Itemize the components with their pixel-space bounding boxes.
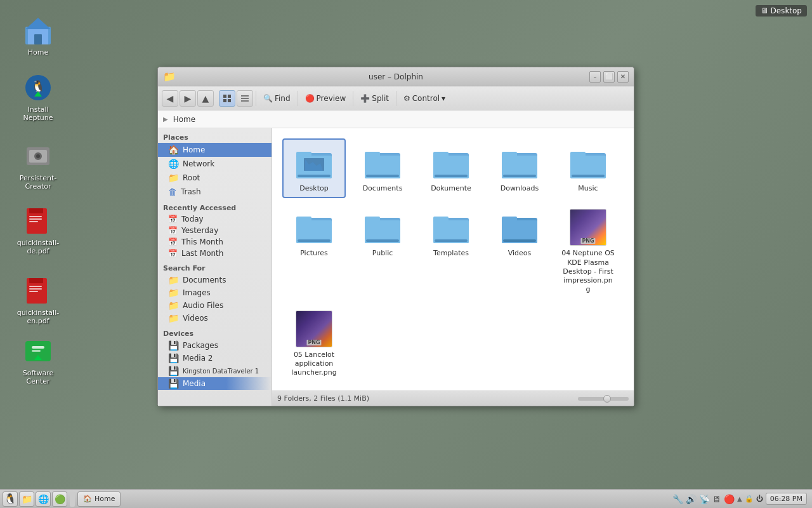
zoom-slider-thumb <box>603 395 611 403</box>
sidebar-item-documents[interactable]: 📁 Documents <box>158 274 272 286</box>
file-item-dokumente[interactable]: Dokumente <box>419 138 483 198</box>
file-item-png1[interactable]: PNG 04 Neptune OS KDE Plasma Desktop - F… <box>556 203 620 299</box>
dokumente-folder-icon <box>432 144 470 182</box>
svg-rect-20 <box>29 291 38 292</box>
control-icon: ⚙ <box>403 94 410 103</box>
file-item-desktop[interactable]: Desktop <box>282 138 346 198</box>
sidebar-item-kingston[interactable]: 💾 Kingston DataTraveler 1 <box>158 364 272 377</box>
breadcrumb-home[interactable]: Home <box>171 114 198 125</box>
minimize-button[interactable]: – <box>589 71 601 83</box>
file-item-templates[interactable]: Templates <box>419 203 483 299</box>
toolbar: ◀ ▶ ▲ 🔍 F <box>158 86 634 110</box>
svg-rect-46 <box>433 152 449 157</box>
taskbar-arrow-icon[interactable]: ▲ <box>737 495 742 502</box>
zoom-slider[interactable] <box>578 397 629 401</box>
icon-view-button[interactable] <box>219 90 235 107</box>
split-label: Split <box>372 94 389 103</box>
list-view-button[interactable] <box>237 90 253 107</box>
music-folder-label: Music <box>578 184 598 193</box>
svg-rect-50 <box>502 152 517 157</box>
title-folder-icon: 📁 <box>163 70 176 83</box>
maximize-button[interactable]: ⬜ <box>603 71 615 83</box>
packages-icon: 💾 <box>168 340 179 351</box>
up-button[interactable]: ▲ <box>197 90 214 107</box>
control-button[interactable]: ⚙ Control ▾ <box>399 90 450 107</box>
taskbar-home-icon: 🏠 <box>83 495 92 503</box>
desktop-icon-quickinstall-de[interactable]: quickinstall-de.pdf <box>13 203 63 258</box>
png2-file-label: 05 Lancelot application launcher.png <box>287 351 341 378</box>
file-item-documents[interactable]: Documents <box>351 138 414 198</box>
sidebar-item-images[interactable]: 📁 Images <box>158 286 272 299</box>
sidebar-item-root[interactable]: 📁 Root <box>158 171 272 185</box>
sidebar-item-network[interactable]: 🌐 Network <box>158 157 272 171</box>
taskbar-volume-icon[interactable]: 🔊 <box>686 494 697 504</box>
sidebar-item-this-month[interactable]: 📅 This Month <box>158 236 272 248</box>
sidebar-item-today[interactable]: 📅 Today <box>158 213 272 225</box>
pictures-folder-label: Pictures <box>300 249 328 258</box>
sidebar-item-home[interactable]: 🏠 Home <box>158 143 272 157</box>
preview-label: Preview <box>317 94 346 103</box>
zoom-slider-container <box>578 397 629 401</box>
desktop-icon-home[interactable]: Home <box>13 13 63 59</box>
sidebar: Places 🏠 Home 🌐 Network 📁 Root 🗑 Trash <box>158 128 272 406</box>
status-text: 9 Folders, 2 Files (1.1 MiB) <box>277 394 573 403</box>
file-item-downloads[interactable]: Downloads <box>488 138 551 198</box>
today-icon: 📅 <box>168 215 178 224</box>
audio-search-icon: 📁 <box>168 300 179 311</box>
taskbar-left: 🐧 📁 🌐 🟢 🏠 Home <box>3 491 121 507</box>
taskbar-lock-icon[interactable]: 🔒 <box>745 495 754 503</box>
taskbar-monitor-icon[interactable]: 🖥 <box>712 494 721 504</box>
taskbar-shutdown-icon[interactable]: ⏻ <box>756 495 763 503</box>
find-button[interactable]: 🔍 Find <box>259 90 295 107</box>
file-item-png2[interactable]: PNG 05 Lancelot application launcher.png <box>282 305 346 383</box>
forward-button[interactable]: ▶ <box>180 90 196 107</box>
sidebar-item-videos[interactable]: 📁 Videos <box>158 312 272 324</box>
file-item-music[interactable]: Music <box>556 138 620 198</box>
file-item-pictures[interactable]: Pictures <box>282 203 346 299</box>
file-grid-content: Desktop <box>282 138 624 383</box>
desktop-icon-quickinstall-en[interactable]: quickinstall-en.pdf <box>13 273 63 328</box>
back-button[interactable]: ◀ <box>162 90 178 107</box>
taskbar-home-window[interactable]: 🏠 Home <box>77 491 121 507</box>
taskbar-clock[interactable]: 06:28 PM <box>766 493 807 505</box>
videos-folder-label: Videos <box>508 249 532 258</box>
sidebar-item-media[interactable]: 💾 Media <box>158 377 272 390</box>
sidebar-this-month-label: This Month <box>181 237 223 246</box>
sidebar-item-audio-files[interactable]: 📁 Audio Files <box>158 299 272 312</box>
svg-rect-19 <box>29 288 42 290</box>
persistent-creator-label: Persistent-Creator <box>15 174 61 190</box>
desktop-icon-install-neptune[interactable]: 🐧 Install Neptune <box>13 70 63 124</box>
desktop-folder-icon: 🖥 <box>761 6 768 15</box>
taskbar-tools-icon[interactable]: 🔧 <box>672 494 683 504</box>
desktop-icon-software-center[interactable]: Software Center <box>13 333 63 388</box>
taskbar-browser-button[interactable]: 🌐 <box>36 491 51 507</box>
preview-button[interactable]: 🔴 Preview <box>301 90 351 107</box>
svg-text:🐧: 🐧 <box>31 79 46 93</box>
close-button[interactable]: ✕ <box>617 71 629 83</box>
kingston-icon: 💾 <box>168 366 179 376</box>
templates-folder-label: Templates <box>433 249 469 258</box>
taskbar-network-icon[interactable]: 📡 <box>699 494 710 504</box>
file-item-public[interactable]: Public <box>351 203 414 299</box>
desktop-icon-persistent-creator[interactable]: Persistent-Creator <box>13 138 63 193</box>
sidebar-item-media2[interactable]: 💾 Media 2 <box>158 352 272 364</box>
taskbar-green-button[interactable]: 🟢 <box>52 491 67 507</box>
sidebar-item-yesterday[interactable]: 📅 Yesterday <box>158 225 272 236</box>
svg-rect-47 <box>435 175 468 177</box>
sidebar-home-label: Home <box>183 145 205 154</box>
downloads-folder-label: Downloads <box>501 184 539 193</box>
toolbar-separator-3 <box>353 91 353 106</box>
taskbar-power-icon[interactable]: 🔴 <box>724 494 735 504</box>
svg-rect-66 <box>433 217 449 222</box>
taskbar-menu-button[interactable]: 🐧 <box>3 491 18 507</box>
split-button[interactable]: ➕ Split <box>356 90 393 107</box>
file-item-videos[interactable]: Videos <box>488 203 551 299</box>
documents-folder-icon <box>363 144 402 182</box>
sidebar-item-last-month[interactable]: 📅 Last Month <box>158 248 272 259</box>
taskbar-files-button[interactable]: 📁 <box>19 491 34 507</box>
sidebar-documents-label: Documents <box>183 276 226 284</box>
sidebar-item-trash[interactable]: 🗑 Trash <box>158 185 272 199</box>
toolbar-separator-1 <box>256 91 256 106</box>
music-folder-icon <box>569 144 607 182</box>
sidebar-item-packages[interactable]: 💾 Packages <box>158 339 272 352</box>
